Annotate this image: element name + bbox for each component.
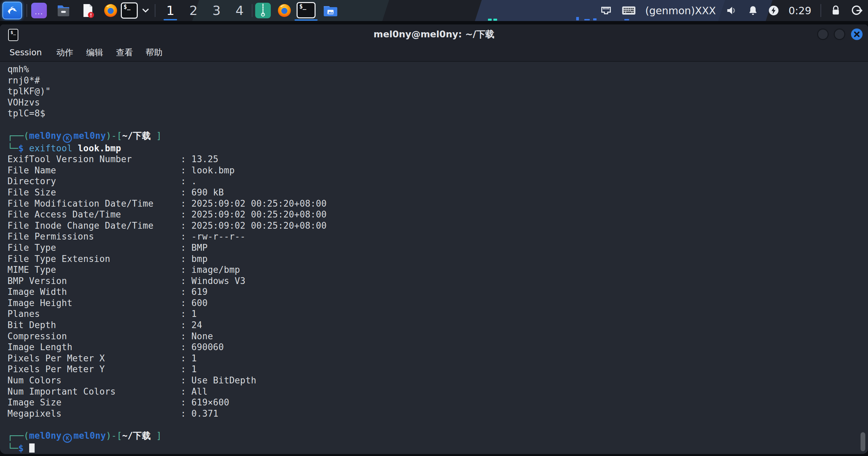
panel-separator <box>26 4 27 17</box>
volume-icon[interactable] <box>725 4 738 17</box>
power-bolt-icon[interactable] <box>768 5 779 16</box>
firefox-launcher[interactable] <box>103 3 118 18</box>
desktop-speck <box>493 19 497 21</box>
dots-icon: ··· <box>35 10 43 18</box>
desktop-speck <box>584 19 590 20</box>
lock-icon[interactable] <box>830 5 841 16</box>
document-icon <box>80 3 96 18</box>
purple-app-launcher[interactable]: ··· <box>31 3 47 18</box>
workspace-button-4[interactable]: 4 <box>233 0 246 21</box>
clock[interactable]: 0:29 <box>789 5 811 17</box>
terminal-window: $_ mel0ny@mel0ny: ~/下载 Session 动作 编辑 查看 … <box>0 24 868 454</box>
window-title: mel0ny@mel0ny: ~/下载 <box>0 24 868 45</box>
text-editor-launcher[interactable] <box>80 3 96 18</box>
desktop-speck <box>576 17 579 20</box>
terminal-output[interactable]: qmh% rnj0*# tplKF@)" VOHzvs tplC=8$ ┌──(… <box>7 64 327 454</box>
archive-manager-task[interactable] <box>255 3 271 18</box>
panel-separator <box>155 4 155 17</box>
scrollbar-thumb[interactable] <box>861 432 865 451</box>
panel-separator <box>252 4 252 17</box>
keyboard-icon[interactable] <box>622 5 636 16</box>
menu-session[interactable]: Session <box>10 45 42 61</box>
menu-view[interactable]: 查看 <box>116 45 133 61</box>
close-icon <box>853 31 860 38</box>
file-cabinet-icon <box>56 3 71 18</box>
active-task-underline <box>295 19 318 21</box>
terminal-glyph: $_ <box>124 4 130 10</box>
menu-actions[interactable]: 动作 <box>56 45 73 61</box>
desktop-speck <box>593 18 597 20</box>
menu-help[interactable]: 帮助 <box>146 45 163 61</box>
firefox-icon <box>103 3 118 18</box>
zipper-icon <box>260 4 266 17</box>
kali-menu-button[interactable] <box>2 2 22 19</box>
close-button[interactable] <box>851 28 863 40</box>
top-panel: ··· <box>0 0 868 21</box>
terminal-launcher[interactable]: $_ <box>121 2 138 19</box>
minimize-button[interactable] <box>817 28 829 40</box>
maximize-button[interactable] <box>834 28 845 40</box>
terminal-glyph: $_ <box>299 4 306 10</box>
pictures-folder-icon <box>322 3 339 18</box>
chevron-down-icon[interactable] <box>140 5 151 16</box>
menu-bar: Session 动作 编辑 查看 帮助 <box>0 45 868 62</box>
pictures-folder-task[interactable] <box>322 3 338 18</box>
system-tray: (genmon)XXX 0:29 <box>600 0 863 21</box>
firefox-icon <box>277 3 292 18</box>
ethernet-icon[interactable] <box>600 4 612 17</box>
window-titlebar[interactable]: $_ mel0ny@mel0ny: ~/下载 <box>0 24 868 45</box>
tray-separator <box>820 4 821 17</box>
workspace-button-2[interactable]: 2 <box>187 0 200 21</box>
menu-edit[interactable]: 编辑 <box>86 45 103 61</box>
terminal-task-active[interactable]: $_ <box>297 2 316 18</box>
file-manager-launcher[interactable] <box>56 3 71 18</box>
desktop: ··· <box>0 0 868 456</box>
firefox-task[interactable] <box>277 3 292 18</box>
workspace-button-1[interactable]: 1 <box>164 0 177 21</box>
genmon-plugin-label[interactable]: (genmon)XXX <box>645 5 716 17</box>
workspace-button-3[interactable]: 3 <box>210 0 223 21</box>
active-workspace-underline <box>164 19 177 20</box>
logout-icon[interactable] <box>850 4 863 17</box>
notifications-bell-icon[interactable] <box>747 5 759 16</box>
desktop-speck <box>488 19 492 21</box>
kali-dragon-icon <box>5 4 19 17</box>
